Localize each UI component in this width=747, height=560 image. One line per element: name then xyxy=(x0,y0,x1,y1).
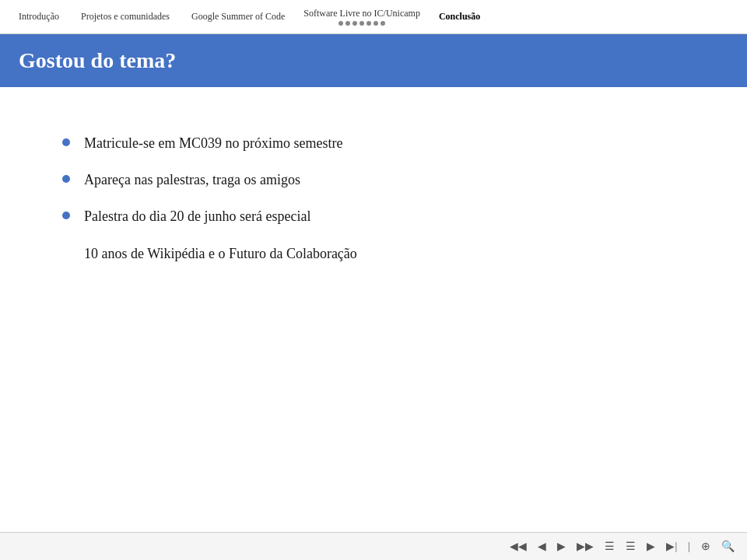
separator-icon: | xyxy=(685,539,693,555)
nav-last-icon[interactable]: ▶▶ xyxy=(573,538,597,555)
nav-item-gsoc[interactable]: Google Summer of Code xyxy=(181,0,296,33)
nav-item-introducao[interactable]: Introdução xyxy=(8,0,70,33)
slide-area: Gostou do tema? Matricule-se em MC039 no… xyxy=(0,34,747,532)
slide-content: Matricule-se em MC039 no próximo semestr… xyxy=(0,87,747,532)
bullet-text-2: Apareça nas palestras, traga os amigos xyxy=(84,170,300,190)
sub-item-wikipedia: 10 anos de Wikipédia e o Futuro da Colab… xyxy=(84,244,685,264)
slide-header: Gostou do tema? xyxy=(0,34,747,87)
bullet-dot-3 xyxy=(62,212,70,219)
search-icon[interactable]: 🔍 xyxy=(718,538,738,555)
slide-progress-dots xyxy=(338,21,385,26)
bullet-item-3: Palestra do dia 20 de junho será especia… xyxy=(62,207,685,226)
nav-item-conclusao[interactable]: Conclusão xyxy=(428,0,491,33)
bullet-item-2: Apareça nas palestras, traga os amigos xyxy=(62,170,685,190)
zoom-icon[interactable]: ⊕ xyxy=(698,538,714,555)
forward-icon[interactable]: ▶ xyxy=(644,538,658,555)
menu-icon-2[interactable]: ☰ xyxy=(622,538,639,555)
bullet-text-3: Palestra do dia 20 de junho será especia… xyxy=(84,207,310,226)
nav-next-icon[interactable]: ▶ xyxy=(554,538,569,555)
nav-item-software[interactable]: Software Livre no IC/Unicamp xyxy=(296,8,428,26)
navigation-bar: Introdução Projetos e comunidades Google… xyxy=(0,0,747,34)
nav-prev-icon[interactable]: ◀ xyxy=(535,538,549,555)
bullet-text-1: Matricule-se em MC039 no próximo semestr… xyxy=(84,134,342,153)
bottom-toolbar: ◀◀ ◀ ▶ ▶▶ ☰ ☰ ▶ ▶| | ⊕ 🔍 xyxy=(0,532,747,560)
forward-end-icon[interactable]: ▶| xyxy=(663,538,680,555)
bullet-dot-1 xyxy=(62,138,70,146)
nav-item-projetos[interactable]: Projetos e comunidades xyxy=(70,0,181,33)
slide-title: Gostou do tema? xyxy=(19,48,176,73)
nav-first-icon[interactable]: ◀◀ xyxy=(507,538,530,555)
bullet-list: Matricule-se em MC039 no próximo semestr… xyxy=(62,134,685,227)
bullet-dot-2 xyxy=(62,175,70,183)
menu-icon-1[interactable]: ☰ xyxy=(601,538,618,555)
bullet-item-1: Matricule-se em MC039 no próximo semestr… xyxy=(62,134,685,153)
